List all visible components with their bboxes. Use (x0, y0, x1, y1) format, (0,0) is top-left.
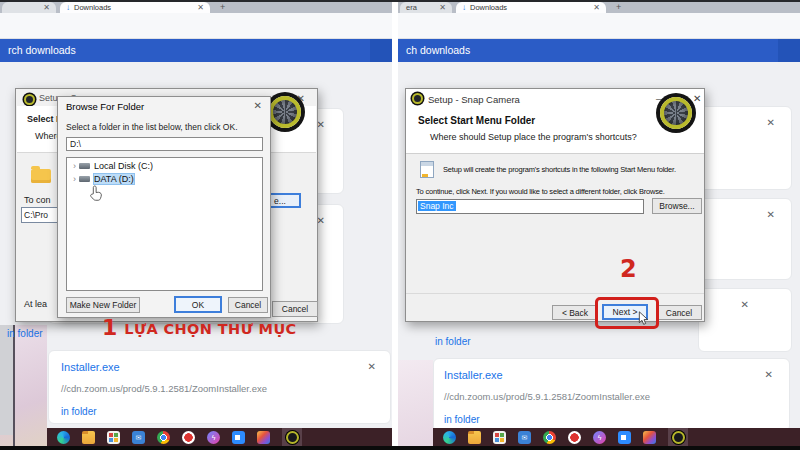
download-card: ✕ (698, 288, 792, 352)
tab-downloads[interactable]: ↓ Downloads ✕ (456, 2, 606, 13)
screen-top-edge (0, 0, 800, 2)
tab-partial[interactable]: ✕ (2, 2, 56, 13)
chevron-icon[interactable]: › (73, 161, 76, 171)
make-new-folder-button[interactable]: Make New Folder (66, 297, 140, 313)
make-new-folder-label: Make New Folder (70, 300, 137, 310)
folder-path-field[interactable]: D:\ (66, 137, 263, 151)
cancel-button[interactable]: Cancel (228, 297, 268, 313)
cancel-button-label: Cancel (235, 300, 261, 310)
photos-icon[interactable] (257, 431, 270, 444)
folder-tree: ›Local Disk (C:) ›DATA (D:) (66, 157, 263, 291)
to-continue-text: To con (24, 195, 51, 205)
zoom-icon[interactable] (232, 431, 245, 444)
show-in-folder-link[interactable]: in folder (7, 328, 43, 339)
start-menu-folder-field[interactable]: Snap Inc (416, 199, 644, 214)
edge-icon[interactable] (57, 431, 70, 444)
body-line-1: Setup will create the program's shortcut… (443, 165, 676, 174)
remove-download-icon[interactable]: ✕ (765, 369, 773, 380)
download-file-link[interactable]: Installer.exe (61, 361, 120, 373)
tab-downloads-label: Downloads (470, 3, 507, 12)
divider (406, 293, 704, 294)
download-card: ✕ (698, 106, 792, 190)
browse-for-folder-dialog: Browse For Folder ✕ Select a folder in t… (57, 96, 271, 318)
tab-close-icon[interactable]: ✕ (43, 3, 50, 12)
folder-icon (31, 169, 51, 183)
cancel-button[interactable]: Cancel (272, 301, 318, 317)
mail-icon[interactable]: ✉ (518, 431, 531, 444)
photos-icon[interactable] (643, 431, 656, 444)
tree-item-label: Local Disk (C:) (94, 161, 153, 171)
annotation-text: LỰA CHỌN THƯ MỤC (124, 321, 296, 337)
hand-cursor-icon (89, 185, 104, 202)
dialog-subheading: Where should Setup place the program's s… (430, 132, 637, 142)
browser-toolbar (398, 13, 800, 39)
tree-item-data-drive[interactable]: ›DATA (D:) (73, 174, 134, 184)
selected-folder-value: Snap Inc (418, 201, 456, 211)
chrome-icon[interactable] (157, 431, 170, 444)
dialog-title: Browse For Folder (66, 101, 144, 112)
snap-camera-setup-dialog: Setup - Snap Camera – □ ✕ Select Start M… (405, 88, 705, 322)
ok-button[interactable]: OK (174, 296, 222, 313)
mouse-cursor-icon (638, 311, 649, 326)
download-url: //cdn.zoom.us/prod/5.9.1.2581/ZoomInstal… (444, 391, 650, 402)
annotation-highlight-box (595, 297, 659, 329)
back-button[interactable]: < Back (552, 305, 598, 320)
downloads-search-bar[interactable]: ch downloads (398, 39, 800, 62)
search-downloads-text: rch downloads (8, 44, 76, 56)
cancel-button[interactable]: Cancel (656, 305, 702, 320)
tree-item-local-disk[interactable]: ›Local Disk (C:) (73, 161, 153, 171)
close-icon[interactable]: ✕ (693, 93, 701, 104)
downloads-search-bar[interactable]: rch downloads (0, 39, 392, 62)
remove-download-icon[interactable]: ✕ (741, 299, 749, 310)
download-file-link[interactable]: Installer.exe (444, 369, 503, 381)
show-in-folder-link[interactable]: in folder (435, 336, 471, 347)
snap-camera-taskbar-active[interactable] (668, 428, 688, 446)
taskbar[interactable]: ✉ ϟ (433, 428, 800, 446)
desktop-background (398, 360, 433, 450)
browser-toolbar (0, 13, 392, 39)
mail-icon[interactable]: ✉ (132, 431, 145, 444)
edge-icon[interactable] (443, 431, 456, 444)
remove-download-icon[interactable]: ✕ (368, 361, 376, 372)
browse-button[interactable]: Browse... (652, 198, 702, 214)
dialog-heading: Select Start Menu Folder (418, 115, 535, 126)
ok-button-label: OK (192, 300, 204, 310)
tab-close-icon[interactable]: ✕ (439, 3, 446, 12)
body-line-2: To continue, click Next. If you would li… (416, 187, 665, 196)
chrome-icon[interactable] (543, 431, 556, 444)
media-app-icon[interactable] (568, 431, 581, 444)
file-explorer-icon[interactable] (82, 431, 95, 444)
minimize-icon[interactable]: – (656, 93, 662, 104)
download-url: //cdn.zoom.us/prod/5.9.1.2581/ZoomInstal… (61, 383, 267, 394)
remove-download-icon[interactable]: ✕ (767, 209, 775, 220)
drive-icon (79, 176, 90, 182)
back-button-label: < Back (562, 308, 588, 318)
chevron-icon[interactable]: › (73, 174, 76, 184)
messenger-icon[interactable]: ϟ (207, 431, 220, 444)
tab-close-icon[interactable]: ✕ (197, 3, 204, 12)
store-icon[interactable] (493, 431, 506, 444)
remove-download-icon[interactable]: ✕ (767, 117, 775, 128)
store-icon[interactable] (107, 431, 120, 444)
messenger-icon[interactable]: ϟ (593, 431, 606, 444)
file-explorer-icon[interactable] (468, 431, 481, 444)
dialog-title-bar[interactable]: Setup - Snap Camera – □ ✕ (406, 89, 704, 109)
tab-downloads[interactable]: ↓ Downloads ✕ (60, 2, 210, 13)
show-in-folder-link[interactable]: in folder (61, 406, 97, 417)
tab-close-icon[interactable]: ✕ (593, 3, 600, 12)
taskbar[interactable]: ✉ ϟ (47, 428, 392, 446)
zoom-icon[interactable] (618, 431, 631, 444)
close-icon[interactable]: ✕ (254, 100, 262, 111)
tab-downloads-label: Downloads (74, 3, 111, 12)
new-tab-icon[interactable]: + (616, 2, 621, 12)
annotation-step-1: 1 LỰA CHỌN THƯ MỤC (102, 317, 297, 339)
media-app-icon[interactable] (182, 431, 195, 444)
tab-partial-label: era (406, 3, 417, 12)
snap-camera-taskbar-active[interactable] (282, 428, 302, 446)
annotation-step-2: 2 (620, 258, 637, 281)
drive-icon (79, 163, 90, 169)
tab-partial[interactable]: era ✕ (400, 2, 452, 13)
show-in-folder-link[interactable]: in folder (444, 414, 480, 425)
snap-camera-icon (286, 431, 299, 444)
new-tab-icon[interactable]: + (220, 2, 225, 12)
